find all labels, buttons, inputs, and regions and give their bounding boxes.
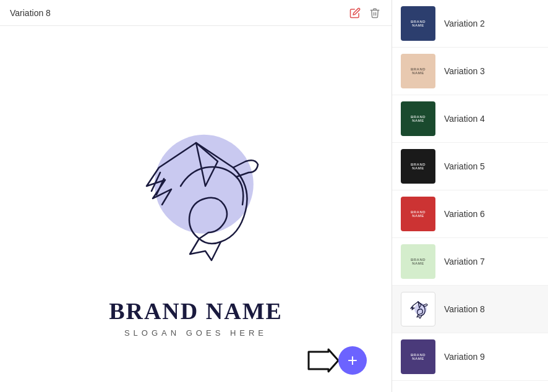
arrow-icon xyxy=(306,347,341,374)
variation-label-v6: Variation 6 xyxy=(444,209,485,219)
variation-item-v4[interactable]: BRANDNAME Variation 4 xyxy=(392,95,548,143)
variation-thumb-v7: BRANDNAME xyxy=(401,244,435,279)
plus-button[interactable]: + xyxy=(338,346,367,375)
logo-canvas: BRAND NAME SLOGAN GOES HERE + xyxy=(0,26,392,392)
edit-button[interactable] xyxy=(348,6,362,20)
variation-thumb-v8 xyxy=(401,292,435,326)
variation-thumb-v9: BRANDNAME xyxy=(401,339,435,374)
main-panel: Variation 8 xyxy=(0,0,392,392)
action-area: + xyxy=(306,346,367,375)
variation-thumb-v3: BRANDNAME xyxy=(401,54,435,88)
variation-item-v7[interactable]: BRANDNAME Variation 7 xyxy=(392,238,548,286)
logo-svg-area xyxy=(91,81,301,291)
variation-item-v3[interactable]: BRANDNAME Variation 3 xyxy=(392,48,548,95)
delete-button[interactable] xyxy=(368,6,382,20)
slogan: SLOGAN GOES HERE xyxy=(109,328,283,338)
main-header: Variation 8 xyxy=(0,0,392,26)
sidebar: BRANDNAME Variation 2 BRANDNAME Variatio… xyxy=(392,0,548,392)
bird-logo-svg xyxy=(109,106,283,266)
variation-thumb-v5: BRANDNAME xyxy=(401,149,435,184)
variation-thumb-v4: BRANDNAME xyxy=(401,101,435,136)
variation-item-v2[interactable]: BRANDNAME Variation 2 xyxy=(392,0,548,48)
inspired-section: • Get inspired with a logo sample xyxy=(392,381,548,392)
logo-text-area: BRAND NAME SLOGAN GOES HERE xyxy=(109,297,283,338)
plus-label: + xyxy=(348,352,357,369)
inspired-text[interactable]: Get inspired with a logo sample xyxy=(409,390,521,392)
variation-label-v8: Variation 8 xyxy=(444,304,485,314)
variation-thumb-v6: BRANDNAME xyxy=(401,197,435,231)
variation-label-v3: Variation 3 xyxy=(444,66,485,76)
brand-name: BRAND NAME xyxy=(109,297,283,325)
variation-label-v4: Variation 4 xyxy=(444,114,485,124)
variation-label-v2: Variation 2 xyxy=(444,19,485,28)
trash-icon xyxy=(369,7,380,19)
pencil-icon xyxy=(349,7,361,19)
svg-marker-2 xyxy=(309,349,338,372)
variation-label-v9: Variation 9 xyxy=(444,352,485,362)
variation-label-v7: Variation 7 xyxy=(444,257,485,266)
variation-item-v8[interactable]: Variation 8 xyxy=(392,286,548,333)
variation-label-v5: Variation 5 xyxy=(444,161,485,171)
variation-thumb-v2: BRANDNAME xyxy=(401,6,435,41)
thumb-bird-icon xyxy=(406,297,430,322)
variation-item-v6[interactable]: BRANDNAME Variation 6 xyxy=(392,190,548,238)
main-title: Variation 8 xyxy=(10,8,51,18)
variation-item-v9[interactable]: BRANDNAME Variation 9 xyxy=(392,333,548,381)
variation-item-v5[interactable]: BRANDNAME Variation 5 xyxy=(392,143,548,190)
header-icons xyxy=(348,6,382,20)
